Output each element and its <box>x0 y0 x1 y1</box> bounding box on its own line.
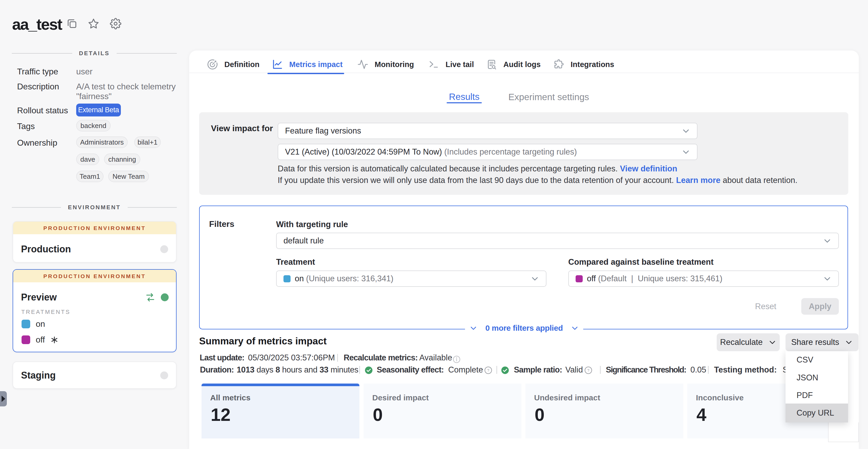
svg-text:?: ? <box>487 368 490 372</box>
svg-text:?: ? <box>587 368 590 372</box>
